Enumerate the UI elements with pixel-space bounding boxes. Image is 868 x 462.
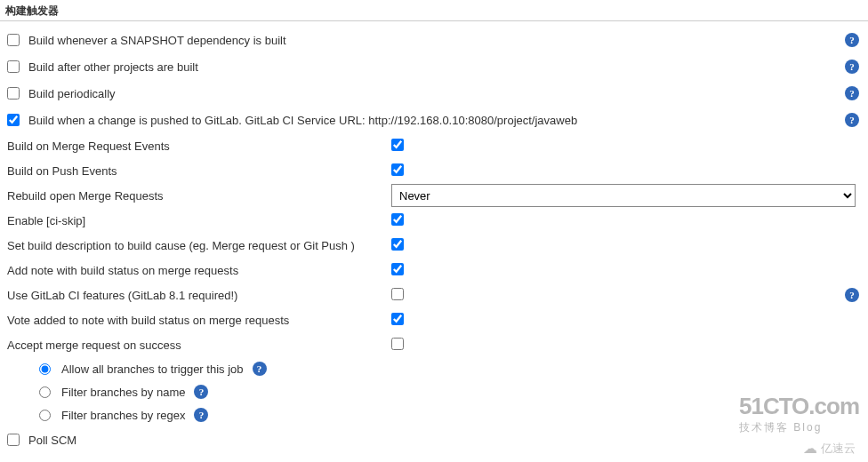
help-icon[interactable]: ? (845, 60, 859, 74)
radio-allow-all[interactable] (39, 363, 51, 375)
opt-rebuild-mr-select[interactable]: Never (391, 184, 856, 207)
help-icon[interactable]: ? (194, 385, 208, 399)
trigger-poll-scm-label: Poll SCM (28, 434, 76, 447)
opt-accept-mr-label: Accept merge request on success (7, 339, 391, 352)
radio-by-name[interactable] (39, 386, 51, 398)
opt-ci-skip-label: Enable [ci-skip] (7, 214, 391, 227)
opt-ci-skip-checkbox[interactable] (391, 213, 404, 226)
help-icon[interactable]: ? (845, 288, 859, 302)
help-icon[interactable]: ? (253, 362, 267, 376)
opt-add-note-checkbox[interactable] (391, 263, 404, 275)
opt-accept-mr-checkbox[interactable] (391, 338, 404, 350)
opt-merge-events-checkbox[interactable] (391, 139, 404, 151)
help-icon[interactable]: ? (845, 113, 859, 127)
help-icon[interactable]: ? (845, 86, 859, 100)
opt-vote-note-label: Vote added to note with build status on … (7, 314, 391, 327)
trigger-periodically-checkbox[interactable] (7, 87, 20, 100)
trigger-snapshot-checkbox[interactable] (7, 34, 20, 46)
radio-by-name-label: Filter branches by name (61, 386, 185, 399)
opt-push-events-checkbox[interactable] (391, 163, 404, 176)
trigger-after-other-label: Build after other projects are built (28, 60, 198, 74)
opt-rebuild-mr-label: Rebuild open Merge Requests (7, 189, 391, 203)
help-icon[interactable]: ? (194, 408, 208, 422)
opt-ci-features-checkbox[interactable] (391, 288, 404, 300)
section-title: 构建触发器 (0, 0, 868, 21)
trigger-after-other-checkbox[interactable] (7, 60, 20, 73)
opt-set-desc-label: Set build description to build cause (eg… (7, 239, 391, 252)
help-icon[interactable]: ? (845, 33, 859, 47)
opt-vote-note-checkbox[interactable] (391, 313, 404, 325)
opt-push-events-label: Build on Push Events (7, 164, 391, 178)
opt-merge-events-label: Build on Merge Request Events (7, 139, 391, 153)
opt-add-note-label: Add note with build status on merge requ… (7, 264, 391, 277)
trigger-gitlab-push-checkbox[interactable] (7, 114, 20, 126)
trigger-periodically-label: Build periodically (28, 87, 116, 100)
trigger-snapshot-label: Build whenever a SNAPSHOT dependency is … (28, 34, 286, 47)
trigger-poll-scm-checkbox[interactable] (7, 434, 20, 446)
opt-ci-features-label: Use GitLab CI features (GitLab 8.1 requi… (7, 289, 391, 302)
opt-set-desc-checkbox[interactable] (391, 238, 404, 251)
radio-by-regex-label: Filter branches by regex (61, 409, 185, 422)
radio-allow-all-label: Allow all branches to trigger this job (61, 362, 244, 376)
radio-by-regex[interactable] (39, 410, 51, 421)
trigger-gitlab-push-label: Build when a change is pushed to GitLab.… (28, 114, 577, 127)
